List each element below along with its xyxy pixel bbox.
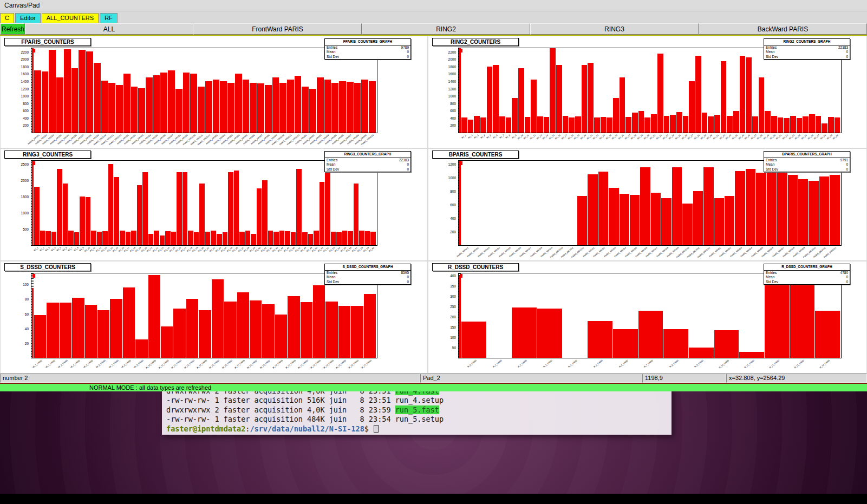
stats-title: R_DSSD_COUNTERS_GRAPH [764,264,850,271]
terminal-output: drwxrwxrwx 2 faster acquisition 4,0K jui… [166,391,668,424]
stats-title: FPARIS_COUNTERS_GRAPH [325,39,410,45]
stats-title: S_DSSD_COUNTERS_GRAPH [325,264,410,271]
stats-box: RING3_COUNTERS_GRAPH Entries22383 Mean0 … [324,151,411,172]
section-button-backward-paris[interactable]: BackWard PARIS [699,23,867,35]
histogram-plot[interactable]: 50100150200250300350400 R_0_DSSDR_1_DSSD… [458,273,842,358]
histogram-plot[interactable]: 20040060080010001200 PARIS_BR1D1PARIS_BR… [458,160,842,246]
pad-marker [32,49,35,53]
y-axis-labels: 2004006008001000120014001600180020002200 [15,48,30,133]
tab-all-counters[interactable]: ALL_COUNTERS [42,13,99,23]
y-axis-labels: 20040060080010001200 [442,161,457,245]
refresh-button[interactable]: Refresh [0,23,25,35]
pad-ring3-counters[interactable]: RING3_COUNTERS RING3_COUNTERS_GRAPH Entr… [0,148,428,261]
y-axis-labels: 5001000150020002500 [15,161,30,245]
window-title: Canvas/Pad [0,0,867,11]
screen: Canvas/Pad C Editor ALL_COUNTERS RF Refr… [0,0,867,504]
histogram-plot[interactable]: 5001000150020002500 R3_1R3_2R3_3R3_4R3_5… [31,160,377,246]
x-axis-labels: PARIS_BR1D1PARIS_BR1D2PARIS_BR1D3PARIS_B… [461,245,840,259]
section-button-frontward-paris[interactable]: FrontWard PARIS [193,23,362,35]
first-bin-bar [32,161,34,245]
pad-ring2-counters[interactable]: RING2_COUNTERS RING2_COUNTERS_GRAPH Entr… [428,36,867,148]
first-bin-bar [459,48,461,133]
first-bin-bar [459,276,461,358]
pad-marker [32,274,35,278]
pad-s-dssd-counters[interactable]: S_DSSD_COUNTERS S_DSSD_COUNTERS_GRAPH En… [0,261,428,374]
stats-row-stddev: Std Dev0 [325,280,410,285]
status-bar: number 2 Pad_2 1198,9 x=32.808, y=2564.2… [0,374,867,383]
stats-row-mean: Mean0 [764,50,850,55]
x-axis-labels: R_0_DSSDR_1_DSSDR_2_DSSDR_3_DSSDR_4_DSSD… [461,358,840,372]
pad-bparis-counters[interactable]: BPARIS_COUNTERS BPARIS_COUNTERS_GRAPH En… [428,148,867,261]
desktop-background: drwxrwxrwx 2 faster acquisition 4,0K jui… [0,391,867,504]
pad-marker [32,161,35,165]
stats-title: BPARIS_COUNTERS_GRAPH [764,152,850,158]
toolbar: Refresh ALL FrontWard PARIS RING2 RING3 … [0,23,867,35]
status-field-data-coords: x=32.808, y=2564.29 [726,374,867,383]
stats-row-mean: Mean0 [764,275,850,280]
prompt-suffix: $ [364,424,373,433]
status-field-pad-name: Pad_2 [420,374,642,383]
stats-row-stddev: Std Dev0 [325,55,410,60]
x-axis-labels: W_1_DSSDW_2_DSSDW_3_DSSDW_4_DSSDW_5_DSSD… [34,358,376,372]
tab-rf[interactable]: RF [100,13,118,23]
stats-row-entries: Entries9791 [764,158,850,163]
pad-title: RING2_COUNTERS [432,38,519,46]
terminal-prompt: faster@ipntdmdata2:/srv/data/nuball2/N-S… [166,424,668,434]
pad-r-dssd-counters[interactable]: R_DSSD_COUNTERS R_DSSD_COUNTERS_GRAPH En… [428,261,867,374]
tab-c[interactable]: C [0,13,14,23]
mode-banner: NORMAL MODE : all data types are refresh… [0,384,867,391]
stats-row-entries: Entries22383 [325,158,410,163]
bottom-black-bar [0,494,867,504]
histogram-bars [461,273,840,358]
terminal-window[interactable]: drwxrwxrwx 2 faster acquisition 4,0K jui… [162,391,672,435]
x-axis-labels: PARIS_FR1D1PARIS_FR1D2PARIS_FR1D3PARIS_F… [34,133,376,147]
tab-bar: C Editor ALL_COUNTERS RF [0,11,867,23]
pad-fparis-counters[interactable]: FPARIS_COUNTERS FPARIS_COUNTERS_GRAPH En… [0,36,428,148]
stats-title: RING3_COUNTERS_GRAPH [325,152,410,158]
stats-box: S_DSSD_COUNTERS_GRAPH Entries8595 Mean0 … [324,264,411,285]
histogram-plot[interactable]: 2004006008001000120014001600180020002200… [31,48,377,133]
root-canvas: FPARIS_COUNTERS FPARIS_COUNTERS_GRAPH En… [0,36,867,374]
stats-row-entries: Entries4780 [764,271,850,276]
pad-marker [460,161,462,165]
terminal-cursor [374,425,379,433]
stats-row-stddev: Std Dev0 [764,167,850,172]
x-axis-labels: R3_1R3_2R3_3R3_4R3_5R3_6R3_7R3_8R3_9R3_1… [34,245,376,259]
pad-title: BPARIS_COUNTERS [432,150,519,159]
y-axis-labels: 2004006008001000120014001600180020002200 [442,48,457,133]
stats-box: R_DSSD_COUNTERS_GRAPH Entries4780 Mean0 … [764,264,850,285]
prompt-user-host: faster@ipntdmdata2 [166,424,245,433]
status-field-pixel-coords: 1198,9 [642,374,726,383]
pad-marker [460,274,462,278]
stats-row-entries: Entries8595 [325,271,410,276]
stats-row-mean: Mean0 [325,275,410,280]
pad-marker [460,49,462,53]
section-button-ring2[interactable]: RING2 [362,23,530,35]
stats-row-stddev: Std Dev0 [764,55,850,60]
pad-title: R_DSSD_COUNTERS [432,263,519,271]
histogram-bars [34,48,376,133]
histogram-plot[interactable]: 2004006008001000120014001600180020002200… [458,48,842,133]
histogram-bars [34,161,376,245]
section-button-ring3[interactable]: RING3 [530,23,699,35]
first-bin-bar [32,48,34,133]
section-button-all[interactable]: ALL [25,23,193,35]
stats-row-entries: Entries22383 [764,45,850,50]
pad-title: FPARIS_COUNTERS [4,38,91,46]
y-axis-labels: 50100150200250300350400 [442,273,457,358]
stats-box: BPARIS_COUNTERS_GRAPH Entries9791 Mean0 … [764,151,850,172]
first-bin-bar [32,288,34,358]
histogram-bars [461,48,840,133]
pad-title: S_DSSD_COUNTERS [4,263,91,271]
stats-row-stddev: Std Dev0 [764,280,850,285]
histogram-plot[interactable]: 20406080100 W_1_DSSDW_2_DSSDW_3_DSSDW_4_… [31,273,377,358]
stats-title: RING2_COUNTERS_GRAPH [764,39,850,45]
x-axis-labels: R2_1R2_2R2_3R2_4R2_5R2_6R2_7R2_8R2_9R2_1… [461,133,840,147]
stats-row-entries: Entries9789 [325,45,410,50]
tab-editor[interactable]: Editor [15,13,41,23]
stats-row-mean: Mean0 [325,162,410,167]
histogram-bars [34,273,376,358]
y-axis-labels: 20406080100 [15,273,30,358]
stats-box: RING2_COUNTERS_GRAPH Entries22383 Mean0 … [764,38,850,60]
pad-title: RING3_COUNTERS [4,150,91,159]
